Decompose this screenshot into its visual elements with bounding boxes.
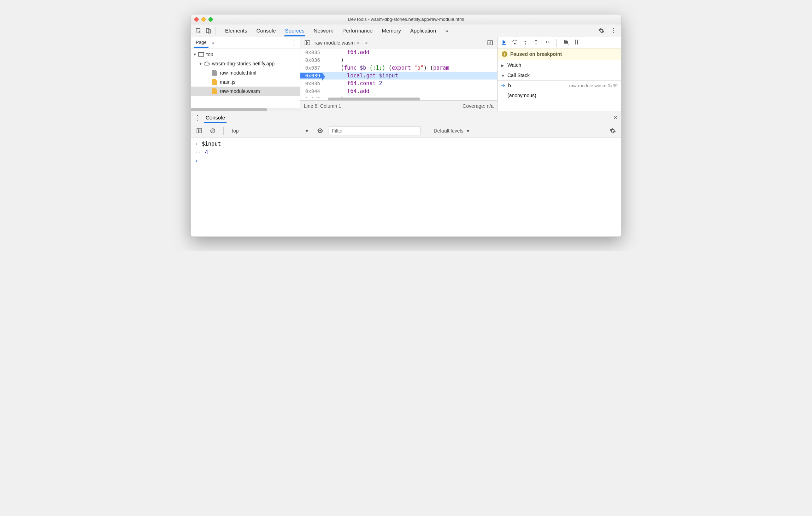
editor-overflow-icon[interactable]: » bbox=[365, 40, 368, 45]
pause-exceptions-icon[interactable] bbox=[573, 39, 580, 47]
toggle-debugger-icon[interactable] bbox=[485, 38, 495, 48]
frame-name: (anonymous) bbox=[507, 93, 536, 98]
code-text: (func $b (;1;) (export "b") (param bbox=[322, 65, 449, 71]
gutter-address[interactable]: 0x037 bbox=[300, 65, 322, 71]
minimize-window-icon[interactable] bbox=[201, 17, 206, 22]
file-icon bbox=[211, 88, 218, 94]
close-drawer-icon[interactable]: × bbox=[613, 113, 618, 122]
callstack-section[interactable]: ▼ Call Stack bbox=[498, 70, 621, 81]
tree-domain[interactable]: ▼ wasm-dbg-stories.netlify.app bbox=[191, 59, 300, 68]
code-editor[interactable]: 0x035 f64.add0x036 )0x037 (func $b (;1;)… bbox=[300, 48, 497, 98]
tab-console[interactable]: Console bbox=[256, 25, 277, 36]
editor-tab[interactable]: raw-module.wasm × bbox=[312, 40, 362, 46]
input-marker-icon: › bbox=[195, 141, 198, 147]
code-line[interactable]: 0x039 local.get $input bbox=[300, 72, 497, 80]
drawer-tab-console[interactable]: Console bbox=[204, 112, 226, 123]
console-toolbar: top ▼ Default levels ▼ bbox=[191, 124, 621, 137]
gutter-address[interactable]: 0x039 bbox=[300, 73, 322, 78]
console-sidebar-icon[interactable] bbox=[194, 126, 204, 136]
tab-network[interactable]: Network bbox=[313, 25, 334, 36]
tab-application[interactable]: Application bbox=[410, 25, 437, 36]
step-into-icon[interactable] bbox=[522, 39, 529, 47]
tree-root[interactable]: ▼ top bbox=[191, 50, 300, 59]
gutter-address[interactable]: 0x035 bbox=[300, 49, 322, 55]
prompt-marker-icon: › bbox=[195, 158, 198, 164]
gutter-address[interactable]: 0x03b bbox=[300, 81, 322, 86]
context-label: top bbox=[232, 128, 239, 134]
gutter-address[interactable]: 0x045 bbox=[300, 96, 322, 98]
code-line[interactable]: 0x044 f64.add bbox=[300, 87, 497, 95]
divider bbox=[556, 39, 557, 47]
debugger-sidebar: i Paused on breakpoint ▶ Watch ▼ Call St… bbox=[498, 37, 621, 111]
navigator-overflow-icon[interactable]: » bbox=[212, 40, 214, 45]
callstack-frame[interactable]: ➔ b raw-module.wasm:0x39 bbox=[498, 81, 621, 90]
device-toggle-icon[interactable] bbox=[204, 26, 213, 36]
window-title: DevTools - wasm-dbg-stories.netlify.app/… bbox=[191, 17, 621, 22]
tree-file[interactable]: raw-module.html bbox=[191, 68, 300, 77]
navigator-more-icon[interactable]: ⋮ bbox=[291, 39, 297, 47]
step-out-icon[interactable] bbox=[533, 39, 539, 47]
tree-label: main.js bbox=[220, 79, 235, 85]
console-prompt[interactable]: › bbox=[191, 157, 621, 165]
svg-point-18 bbox=[319, 130, 321, 131]
drawer-tabbar: ⋮ Console × bbox=[191, 111, 621, 124]
gutter-address[interactable]: 0x044 bbox=[300, 88, 322, 94]
kebab-menu-icon[interactable]: ⋮ bbox=[608, 26, 618, 36]
svg-rect-1 bbox=[206, 28, 209, 33]
code-line[interactable]: 0x03b f64.const 2 bbox=[300, 80, 497, 87]
callstack-frame[interactable]: (anonymous) bbox=[498, 90, 621, 100]
resume-icon[interactable] bbox=[501, 39, 507, 47]
editor-tab-label: raw-module.wasm bbox=[314, 40, 355, 46]
console-output[interactable]: › $input ‹· 4 › bbox=[191, 137, 621, 236]
tree-label: top bbox=[206, 52, 213, 57]
scrollbar[interactable] bbox=[191, 108, 300, 111]
toggle-navigator-icon[interactable] bbox=[302, 38, 312, 48]
watch-section[interactable]: ▶ Watch bbox=[498, 60, 621, 70]
tab-performance[interactable]: Performance bbox=[342, 25, 373, 36]
close-tab-icon[interactable]: × bbox=[357, 40, 360, 46]
navigator-tabs: Page » ⋮ bbox=[191, 37, 300, 48]
scrollbar[interactable] bbox=[328, 98, 420, 100]
code-line[interactable]: 0x035 f64.add bbox=[300, 48, 497, 56]
close-window-icon[interactable] bbox=[194, 17, 199, 22]
tree-file[interactable]: raw-module.wasm bbox=[191, 87, 300, 96]
cursor-position: Line 8, Column 1 bbox=[304, 103, 341, 109]
deactivate-breakpoints-icon[interactable] bbox=[563, 39, 569, 47]
sources-panel: Page » ⋮ ▼ top ▼ wasm-dbg-stories.netlif… bbox=[191, 37, 621, 111]
tabs-overflow-icon[interactable]: » bbox=[445, 25, 449, 36]
log-levels-selector[interactable]: Default levels ▼ bbox=[431, 127, 473, 135]
drawer-more-icon[interactable]: ⋮ bbox=[194, 114, 201, 122]
levels-label: Default levels bbox=[434, 128, 463, 134]
code-line[interactable]: 0x045 ) bbox=[300, 95, 497, 98]
console-row: ‹· 4 bbox=[191, 148, 621, 157]
svg-point-9 bbox=[514, 43, 516, 44]
inspect-element-icon[interactable] bbox=[194, 26, 204, 36]
file-icon bbox=[211, 70, 218, 76]
context-selector[interactable]: top ▼ bbox=[229, 127, 312, 135]
console-settings-icon[interactable] bbox=[608, 126, 618, 136]
tab-sources[interactable]: Sources bbox=[284, 25, 305, 36]
settings-icon[interactable] bbox=[596, 26, 606, 36]
svg-rect-8 bbox=[502, 44, 506, 45]
output-marker-icon: ‹· bbox=[195, 149, 201, 156]
gutter-address[interactable]: 0x036 bbox=[300, 57, 322, 63]
step-over-icon[interactable] bbox=[512, 39, 518, 47]
tab-elements[interactable]: Elements bbox=[224, 25, 248, 36]
code-line[interactable]: 0x037 (func $b (;1;) (export "b") (param bbox=[300, 64, 497, 72]
editor-pane: raw-module.wasm × » 0x035 f64.add0x036 )… bbox=[300, 37, 498, 111]
navigator-tab-page[interactable]: Page bbox=[194, 37, 208, 48]
code-line[interactable]: 0x036 ) bbox=[300, 56, 497, 64]
step-icon[interactable] bbox=[543, 39, 550, 47]
main-toolbar: Elements Console Sources Network Perform… bbox=[191, 24, 621, 37]
frame-location: raw-module.wasm:0x39 bbox=[569, 83, 618, 88]
chevron-down-icon: ▼ bbox=[465, 128, 470, 134]
tree-file[interactable]: main.js bbox=[191, 77, 300, 87]
clear-console-icon[interactable] bbox=[208, 126, 218, 136]
filter-input[interactable] bbox=[329, 126, 420, 135]
svg-point-12 bbox=[548, 41, 549, 42]
live-expression-icon[interactable] bbox=[315, 126, 325, 136]
tab-memory[interactable]: Memory bbox=[381, 25, 402, 36]
editor-status: Line 8, Column 1 Coverage: n/a bbox=[300, 100, 497, 111]
zoom-window-icon[interactable] bbox=[208, 17, 213, 22]
navigator-sidebar: Page » ⋮ ▼ top ▼ wasm-dbg-stories.netlif… bbox=[191, 37, 300, 111]
